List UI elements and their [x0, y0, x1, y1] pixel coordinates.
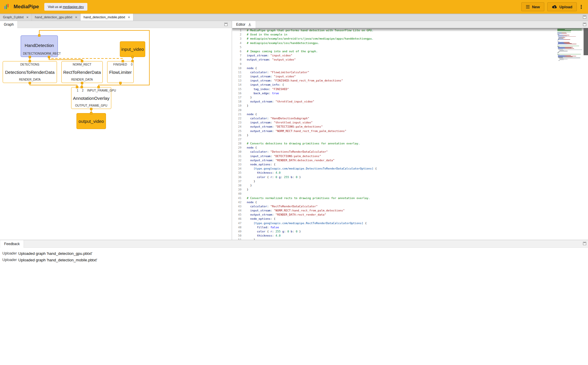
visit-us-chip: Visit us at mediapipe.dev [44, 3, 87, 11]
close-tab-icon[interactable]: ✕ [26, 16, 29, 19]
node-port [81, 82, 83, 84]
more-options-icon[interactable]: ⋮ [578, 2, 584, 11]
feedback-panel: Feedback Uploader Uploaded graph 'hand_d… [0, 240, 588, 365]
mediapipe-logo-icon [4, 4, 11, 10]
tab-hand-detection-mobile-pbtxt[interactable]: hand_detection_mobile.pbtxt ✕ [81, 14, 133, 21]
editor-minimap[interactable] [557, 29, 583, 61]
graph-node-recttorenderdata[interactable]: NORM_RECT RectToRenderData RENDER_DATA [61, 61, 103, 83]
node-port [81, 60, 83, 62]
editor-panel: Editor 1# MediaPipe graph that performs … [232, 21, 588, 240]
graph-tab-label: Graph [4, 22, 14, 27]
hamburger-icon [526, 5, 530, 9]
tab-label: Graph_0.pbtxt [3, 15, 24, 19]
feedback-message: Uploaded graph 'hand_detection_gpu.pbtxt… [18, 251, 92, 256]
node-port [131, 56, 134, 58]
code-lines: 1# MediaPipe graph that performs hand de… [232, 28, 556, 240]
node-port [97, 86, 100, 88]
feedback-row: Uploader Uploaded graph 'hand_detection_… [0, 250, 588, 257]
editor-tab-label: Editor [236, 22, 245, 27]
node-port [131, 60, 134, 62]
port-label: RENDER_DATA [19, 78, 41, 81]
node-title: AnnotationOverlay [71, 92, 111, 104]
app-title: MediaPipe [14, 4, 39, 10]
close-tab-icon[interactable]: ✕ [128, 16, 130, 19]
node-port [76, 86, 78, 88]
port-label: FINISHED [113, 63, 127, 66]
tab-label: hand_detection_gpu.pbtxt [35, 15, 72, 19]
graph-panel: Graph HandDetection DETECTIONS NORM_RECT [0, 21, 232, 240]
node-title: FlowLimiter [107, 66, 133, 78]
port-label: NORM_RECT [73, 63, 91, 66]
cloud-upload-icon [552, 5, 557, 9]
port-label: OUTPUT_FRAME_GPU [75, 104, 107, 107]
feedback-panel-header: Feedback [0, 240, 588, 248]
visit-text: Visit us at [48, 5, 62, 9]
graph-edges [0, 28, 232, 240]
close-tab-icon[interactable]: ✕ [75, 16, 77, 19]
mediapipe-dev-link[interactable]: mediapipe.dev [63, 5, 84, 9]
port-label: DETECTIONS [20, 63, 39, 66]
node-title: DetectionsToRenderData [3, 66, 57, 78]
upload-button[interactable]: Upload [547, 2, 577, 11]
graph-panel-header: Graph [0, 21, 232, 28]
graph-node-output-video[interactable]: output_video [76, 113, 106, 129]
tab-label: hand_detection_mobile.pbtxt [84, 15, 125, 19]
editor-panel-header: Editor [232, 21, 588, 28]
feedback-tab-label: Feedback [4, 242, 20, 246]
tab-editor[interactable]: Editor [232, 21, 256, 28]
download-icon[interactable] [248, 22, 252, 27]
graph-node-handdetection[interactable]: HandDetection DETECTIONS NORM_RECT [21, 35, 58, 57]
node-title: RectToRenderData [62, 66, 102, 78]
graph-panel-toggle-icon[interactable] [224, 23, 228, 26]
graph-canvas[interactable]: HandDetection DETECTIONS NORM_RECT input… [0, 28, 232, 240]
node-port [29, 60, 31, 62]
editor-panel-toggle-icon[interactable] [583, 23, 586, 26]
node-port [122, 60, 124, 62]
editor-scrollbar-thumb[interactable] [584, 28, 588, 55]
node-port [38, 34, 40, 37]
tab-feedback[interactable]: Feedback [0, 240, 24, 248]
graph-node-flowlimiter[interactable]: FINISHED 0 FlowLimiter [107, 61, 134, 83]
graph-node-input-video[interactable]: input_video [120, 41, 145, 57]
node-port [29, 82, 31, 84]
feedback-row: Uploader Uploaded graph 'hand_detection_… [0, 257, 588, 263]
port-label: DETECTIONS [23, 52, 42, 55]
port-label: 1 [77, 89, 79, 92]
node-port [90, 108, 92, 110]
graph-node-annotationoverlay[interactable]: 1 2 INPUT_FRAME_GPU AnnotationOverlay OU… [71, 87, 111, 109]
port-label: INPUT_FRAME_GPU [87, 89, 116, 92]
feedback-source: Uploader [0, 258, 18, 262]
feedback-panel-toggle-icon[interactable] [583, 242, 586, 245]
tab-graph-view[interactable]: Graph [0, 21, 18, 28]
port-label: 0 [131, 63, 133, 66]
app-header: MediaPipe Visit us at mediapipe.dev New … [0, 0, 588, 14]
tab-hand-detection-gpu-pbtxt[interactable]: hand_detection_gpu.pbtxt ✕ [32, 14, 81, 21]
feedback-message: Uploaded graph 'hand_detection_mobile.pb… [18, 258, 97, 262]
node-title: input_video [121, 47, 144, 52]
feedback-log: Uploader Uploaded graph 'hand_detection_… [0, 248, 588, 263]
node-port [29, 56, 31, 58]
node-title: HandDetection [21, 39, 58, 52]
port-label: RENDER_DATA [71, 78, 93, 81]
graph-node-detectionstorenderdata[interactable]: DETECTIONS DetectionsToRenderData RENDER… [3, 61, 57, 83]
code-editor[interactable]: 1# MediaPipe graph that performs hand de… [232, 28, 588, 240]
port-label: NORM_RECT [42, 52, 61, 55]
node-port [119, 82, 122, 84]
node-title: output_video [79, 119, 104, 124]
file-tab-strip: Graph_0.pbtxt ✕ hand_detection_gpu.pbtxt… [0, 14, 588, 21]
node-port [48, 56, 50, 58]
tab-graph-0-pbtxt[interactable]: Graph_0.pbtxt ✕ [0, 14, 32, 21]
node-port [90, 112, 92, 114]
new-button-label: New [532, 5, 540, 9]
upload-button-label: Upload [559, 5, 572, 9]
port-label: 2 [82, 89, 84, 92]
feedback-source: Uploader [0, 251, 18, 255]
new-button[interactable]: New [521, 2, 544, 11]
panel-toggle-icon[interactable] [583, 15, 586, 19]
node-port [81, 86, 83, 88]
